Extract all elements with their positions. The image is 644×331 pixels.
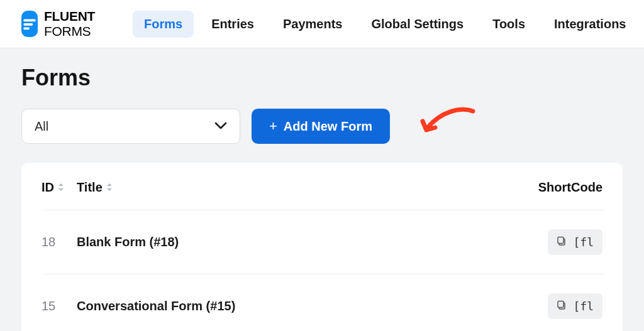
chevron-down-icon bbox=[214, 121, 227, 132]
nav-item-forms[interactable]: Forms bbox=[133, 11, 194, 38]
svg-rect-2 bbox=[23, 27, 30, 30]
content: Forms All + Add New Form ID bbox=[0, 48, 644, 331]
nav-item-payments[interactable]: Payments bbox=[272, 11, 354, 38]
table-row: 15 Conversational Form (#15) [fl bbox=[42, 274, 602, 331]
table-header: ID Title ShortCode bbox=[42, 180, 602, 210]
nav-item-tools[interactable]: Tools bbox=[481, 11, 536, 38]
svg-rect-0 bbox=[23, 19, 36, 21]
filter-select[interactable]: All bbox=[21, 109, 240, 144]
svg-rect-4 bbox=[558, 237, 564, 244]
fluent-forms-icon bbox=[21, 11, 38, 37]
col-header-id[interactable]: ID bbox=[42, 180, 74, 195]
svg-rect-6 bbox=[558, 301, 564, 308]
row-title[interactable]: Conversational Form (#15) bbox=[74, 299, 548, 313]
copy-icon bbox=[557, 300, 567, 313]
page-title: Forms bbox=[21, 65, 623, 91]
filter-value: All bbox=[35, 119, 48, 134]
plus-icon: + bbox=[269, 119, 277, 133]
svg-rect-1 bbox=[23, 23, 33, 26]
shortcode-pill[interactable]: [fl bbox=[548, 293, 602, 319]
col-header-title[interactable]: Title bbox=[74, 180, 538, 195]
brand-logo[interactable]: FLUENT FORMS bbox=[21, 9, 105, 39]
top-nav: FLUENT FORMS Forms Entries Payments Glob… bbox=[0, 0, 644, 48]
add-new-form-label: Add New Form bbox=[284, 119, 372, 134]
nav-item-integrations[interactable]: Integrations bbox=[543, 11, 637, 38]
add-new-form-button[interactable]: + Add New Form bbox=[252, 109, 390, 144]
nav-item-entries[interactable]: Entries bbox=[200, 11, 265, 38]
nav-items: Forms Entries Payments Global Settings T… bbox=[133, 11, 637, 38]
toolbar: All + Add New Form bbox=[21, 109, 623, 144]
col-header-shortcode[interactable]: ShortCode bbox=[538, 180, 602, 195]
forms-table-card: ID Title ShortCode 18 Blank Form (#18) [ bbox=[21, 163, 623, 331]
sort-icon bbox=[58, 180, 64, 195]
row-id: 18 bbox=[42, 235, 74, 249]
row-title[interactable]: Blank Form (#18) bbox=[74, 235, 548, 249]
row-id: 15 bbox=[42, 299, 74, 313]
sort-icon bbox=[106, 180, 113, 195]
annotation-arrow-icon bbox=[416, 104, 479, 144]
brand-text: FLUENT FORMS bbox=[44, 9, 105, 39]
nav-item-global-settings[interactable]: Global Settings bbox=[360, 11, 475, 38]
shortcode-pill[interactable]: [fl bbox=[548, 229, 602, 255]
copy-icon bbox=[557, 236, 567, 249]
table-row: 18 Blank Form (#18) [fl bbox=[42, 210, 602, 274]
